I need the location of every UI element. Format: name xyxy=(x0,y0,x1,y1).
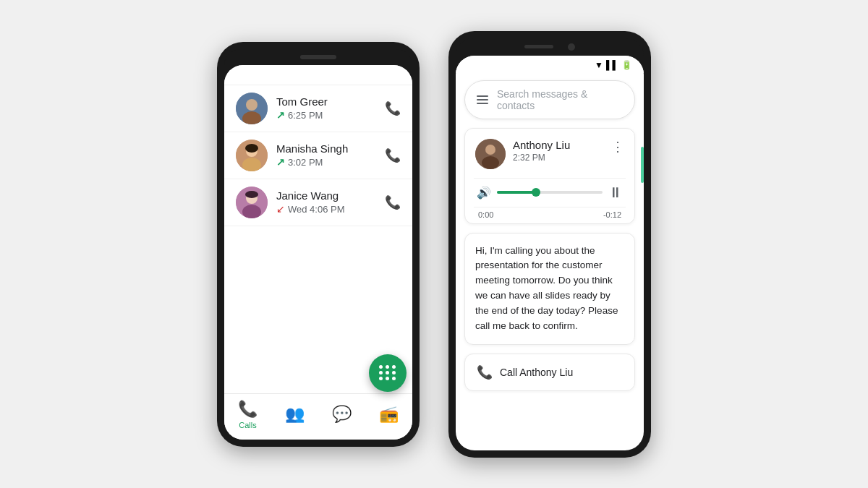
right-phone: ▼ ▌▌ 🔋 Search messages & contacts xyxy=(448,31,651,458)
contact-time: ↗ 6:25 PM xyxy=(276,109,385,121)
nav-voicemail[interactable]: 📻 xyxy=(379,405,399,424)
contact-info-manisha: Manisha Singh ↗ 3:02 PM xyxy=(276,142,385,168)
calls-icon: 📞 xyxy=(238,400,258,419)
left-notch xyxy=(224,49,412,65)
left-phone-screen: Tom Greer ↗ 6:25 PM 📞 xyxy=(224,65,412,440)
left-phone: Tom Greer ↗ 6:25 PM 📞 xyxy=(217,42,420,447)
fab-button[interactable] xyxy=(369,354,407,392)
time-text: 6:25 PM xyxy=(288,110,323,121)
status-icons: ▼ ▌▌ 🔋 xyxy=(595,60,632,70)
contact-time: ↗ 3:02 PM xyxy=(276,156,385,168)
svg-point-10 xyxy=(245,191,258,198)
pause-icon[interactable]: ⏸ xyxy=(608,184,623,201)
contact-row[interactable]: Tom Greer ↗ 6:25 PM 📞 xyxy=(224,85,412,132)
outgoing-arrow-icon: ↗ xyxy=(276,156,285,168)
missed-arrow-icon: ↙ xyxy=(276,203,285,215)
nav-calls[interactable]: 📞 Calls xyxy=(238,400,258,429)
contact-name: Manisha Singh xyxy=(276,142,385,155)
contacts-icon: 👥 xyxy=(285,405,305,424)
msg-timestamp: 2:32 PM xyxy=(513,153,604,163)
audio-progress-fill xyxy=(497,191,534,194)
msg-name-time: Anthony Liu 2:32 PM xyxy=(513,139,604,163)
search-input[interactable]: Search messages & contacts xyxy=(497,88,623,111)
call-action-icon: 📞 xyxy=(477,364,493,380)
top-bar-left xyxy=(224,65,412,85)
audio-progress-bar[interactable] xyxy=(497,191,603,194)
bottom-nav: 📞 Calls 👥 💬 📻 xyxy=(224,393,412,440)
messages-icon: 💬 xyxy=(332,405,352,424)
audio-player: 🔊 ⏸ xyxy=(474,178,626,207)
right-notch xyxy=(456,38,644,56)
outgoing-arrow-icon: ↗ xyxy=(276,109,285,121)
voicemail-icon: 📻 xyxy=(379,405,399,424)
front-camera-icon xyxy=(568,43,575,51)
audio-remaining-time: -0:12 xyxy=(603,210,621,219)
call-phone-icon[interactable]: 📞 xyxy=(385,100,401,116)
call-phone-icon[interactable]: 📞 xyxy=(385,194,401,210)
call-action-bar[interactable]: 📞 Call Anthony Liu xyxy=(464,354,635,391)
audio-scrubber-thumb[interactable] xyxy=(532,188,540,197)
time-labels: 0:00 -0:12 xyxy=(475,207,624,223)
message-card: Anthony Liu 2:32 PM ⋮ 🔊 ⏸ 0:00 -0:12 xyxy=(464,128,635,224)
nav-messages[interactable]: 💬 xyxy=(332,405,352,424)
scroll-indicator xyxy=(641,147,644,183)
signal-icon: ▌▌ xyxy=(606,60,618,70)
contact-info-janice: Janice Wang ↙ Wed 4:06 PM xyxy=(276,189,385,215)
contact-row[interactable]: Janice Wang ↙ Wed 4:06 PM 📞 xyxy=(224,179,412,226)
contact-row[interactable]: Manisha Singh ↗ 3:02 PM 📞 xyxy=(224,132,412,179)
contacts-list: Tom Greer ↗ 6:25 PM 📞 xyxy=(224,85,412,393)
contact-name: Tom Greer xyxy=(276,95,385,108)
time-text: Wed 4:06 PM xyxy=(288,204,345,215)
more-options-icon[interactable]: ⋮ xyxy=(611,139,624,155)
transcript-card: Hi, I'm calling you about the presentati… xyxy=(464,233,635,346)
avatar-janice xyxy=(236,187,268,218)
contact-info-tom: Tom Greer ↗ 6:25 PM xyxy=(276,95,385,121)
nav-calls-label: Calls xyxy=(239,421,256,429)
avatar-manisha xyxy=(236,140,268,171)
svg-point-6 xyxy=(245,144,258,153)
transcript-text: Hi, I'm calling you about the presentati… xyxy=(475,244,624,335)
nav-contacts[interactable]: 👥 xyxy=(285,405,305,424)
wifi-icon: ▼ xyxy=(595,60,603,70)
avatar-anthony xyxy=(475,139,506,169)
contact-time: ↙ Wed 4:06 PM xyxy=(276,203,385,215)
svg-point-1 xyxy=(246,99,258,111)
right-phone-screen: ▼ ▌▌ 🔋 Search messages & contacts xyxy=(456,56,644,450)
status-bar: ▼ ▌▌ 🔋 xyxy=(456,56,644,73)
volume-icon[interactable]: 🔊 xyxy=(477,186,491,200)
time-text: 3:02 PM xyxy=(288,157,323,168)
msg-sender-name: Anthony Liu xyxy=(513,139,604,151)
search-bar[interactable]: Search messages & contacts xyxy=(464,80,635,119)
avatar-tom xyxy=(236,93,268,124)
audio-current-time: 0:00 xyxy=(478,210,493,219)
battery-icon: 🔋 xyxy=(621,60,632,70)
svg-point-12 xyxy=(485,145,495,155)
message-header: Anthony Liu 2:32 PM ⋮ xyxy=(475,139,624,169)
hamburger-menu-icon[interactable] xyxy=(477,95,488,104)
call-phone-icon[interactable]: 📞 xyxy=(385,147,401,163)
contact-name: Janice Wang xyxy=(276,189,385,202)
dialpad-icon xyxy=(379,365,396,380)
call-action-label: Call Anthony Liu xyxy=(500,367,573,378)
svg-point-13 xyxy=(482,156,499,169)
speaker-left xyxy=(300,55,336,59)
speaker-right xyxy=(524,45,553,48)
